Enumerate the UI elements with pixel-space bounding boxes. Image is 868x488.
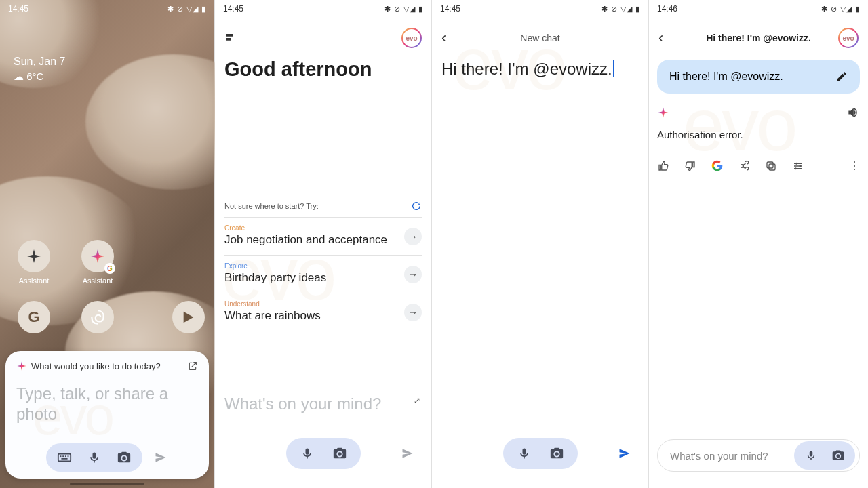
status-bar: 14:45 ✱ ⊘ ▽◢ ▮ (215, 0, 431, 18)
input-pill (503, 438, 578, 469)
send-icon[interactable] (617, 446, 632, 461)
date-weather-widget[interactable]: Sun, Jan 7 ☁ 6°C (14, 56, 66, 83)
sparkle-icon (657, 106, 669, 119)
mic-icon[interactable] (87, 450, 102, 465)
camera-icon[interactable] (117, 450, 132, 465)
status-icons: ✱ ⊘ ▽◢ ▮ (821, 5, 860, 14)
input-placeholder[interactable]: What's on your mind? (224, 394, 381, 413)
refresh-icon[interactable] (411, 201, 422, 211)
edit-icon[interactable] (835, 70, 848, 83)
chat-input[interactable]: What's on your mind? (657, 439, 860, 472)
home-indicator[interactable] (70, 483, 144, 485)
suggestion-tag: Explore (224, 262, 422, 270)
assistant-reply: Authorisation error. ⋮ (657, 106, 860, 172)
page-title: New chat (520, 33, 559, 43)
sparkle-icon (16, 361, 27, 371)
input-placeholder: What's on your mind? (670, 450, 768, 462)
mic-icon[interactable] (804, 448, 818, 463)
status-icons: ✱ ⊘ ▽◢ ▮ (601, 5, 640, 14)
status-icons: ✱ ⊘ ▽◢ ▮ (384, 5, 423, 14)
copy-icon[interactable] (765, 160, 777, 172)
status-time: 14:45 (223, 4, 243, 14)
greeting: Good afternoon (224, 58, 372, 81)
avatar[interactable]: evo (838, 28, 859, 48)
suggestion-text: Birthday party ideas (224, 271, 422, 285)
top-bar: evo (215, 24, 431, 52)
user-message-bubble[interactable]: Hi there! I'm @evowizz. (657, 60, 860, 94)
app-threads[interactable] (76, 301, 119, 338)
suggestion-item[interactable]: Explore Birthday party ideas → (224, 255, 422, 293)
input-pill (794, 441, 855, 470)
status-time: 14:45 (8, 4, 28, 14)
reply-actions: ⋮ (657, 159, 860, 172)
back-icon[interactable]: ‹ (658, 29, 663, 47)
send-icon[interactable] (153, 450, 168, 465)
google-badge-icon: G (104, 263, 115, 274)
suggestions-label: Not sure where to start? Try: (224, 202, 319, 210)
app-assistant[interactable]: Assistant (12, 240, 56, 285)
dock-row: G (0, 301, 214, 338)
panel-bard-home: 14:45 ✱ ⊘ ▽◢ ▮ evo Good afternoon evo No… (215, 0, 432, 488)
suggestion-item[interactable]: Understand What are rainbows → (224, 293, 422, 331)
assistant-card[interactable]: What would you like to do today? Type, t… (5, 351, 209, 479)
date-text: Sun, Jan 7 (14, 56, 66, 68)
share-icon[interactable] (738, 160, 750, 172)
google-icon[interactable] (711, 160, 723, 171)
camera-icon[interactable] (332, 446, 347, 461)
page-title: Hi there! I'm @evowizz. (706, 33, 811, 43)
app-label: Assistant (12, 277, 56, 285)
thumbs-up-icon[interactable] (657, 160, 669, 172)
app-google[interactable]: G (12, 301, 56, 338)
arrow-icon[interactable]: → (404, 304, 422, 321)
suggestions-header: Not sure where to start? Try: (224, 201, 422, 211)
avatar[interactable]: evo (401, 28, 422, 48)
panel-new-chat: 14:45 ✱ ⊘ ▽◢ ▮ ‹ New chat evo Hi there! … (432, 0, 649, 488)
bottom-input-row (215, 438, 431, 469)
speaker-icon[interactable] (846, 106, 860, 119)
input-pill (46, 443, 142, 472)
weather-icon: ☁ (14, 70, 24, 82)
status-bar: 14:46 ✱ ⊘ ▽◢ ▮ (649, 0, 868, 18)
reply-text: Authorisation error. (657, 129, 860, 140)
camera-icon[interactable] (831, 448, 846, 463)
text-cursor (613, 60, 614, 77)
suggestions-list: Create Job negotiation and acceptance → … (224, 217, 422, 331)
tune-icon[interactable] (792, 160, 804, 172)
app-label: Assistant (76, 277, 119, 285)
status-bar: 14:45 ✱ ⊘ ▽◢ ▮ (432, 0, 648, 18)
user-message-text: Hi there! I'm @evowizz. (669, 70, 783, 83)
app-play-store[interactable] (167, 301, 210, 338)
mic-icon[interactable] (300, 446, 315, 461)
back-icon[interactable]: ‹ (441, 29, 446, 47)
app-assistant-google[interactable]: G Assistant (76, 240, 119, 285)
panel-home-screen: 14:45 ✱ ⊘ ▽◢ ▮ Sun, Jan 7 ☁ 6°C Assistan… (0, 0, 215, 488)
thumbs-down-icon[interactable] (684, 160, 696, 172)
bottom-input-row (432, 438, 648, 469)
panel-chat-reply: 14:46 ✱ ⊘ ▽◢ ▮ ‹ Hi there! I'm @evowizz.… (649, 0, 868, 488)
mic-icon[interactable] (517, 446, 532, 461)
chat-input-text[interactable]: Hi there! I'm @evowizz. (441, 60, 614, 79)
menu-icon[interactable] (224, 32, 237, 44)
top-bar: ‹ Hi there! I'm @evowizz. evo (649, 24, 868, 52)
suggestion-text: What are rainbows (224, 309, 422, 323)
camera-icon[interactable] (549, 446, 564, 461)
input-pill (286, 438, 361, 469)
arrow-icon[interactable]: → (404, 266, 422, 283)
status-time: 14:46 (657, 4, 677, 14)
suggestion-item[interactable]: Create Job negotiation and acceptance → (224, 217, 422, 255)
expand-icon[interactable]: ⤢ (414, 396, 420, 405)
assistant-prompt-label: What would you like to do today? (31, 361, 161, 371)
assistant-placeholder[interactable]: Type, talk, or share a photo (16, 384, 198, 424)
suggestion-tag: Understand (224, 300, 422, 308)
send-icon[interactable] (400, 446, 415, 461)
arrow-icon[interactable]: → (404, 228, 422, 245)
app-row: Assistant G Assistant (0, 240, 214, 285)
more-icon[interactable]: ⋮ (849, 159, 860, 172)
top-bar: ‹ New chat (432, 24, 648, 52)
status-icons: ✱ ⊘ ▽◢ ▮ (167, 5, 206, 14)
status-time: 14:45 (440, 4, 460, 14)
keyboard-icon[interactable] (57, 450, 72, 465)
popout-icon[interactable] (187, 361, 198, 371)
status-bar: 14:45 ✱ ⊘ ▽◢ ▮ (0, 0, 214, 18)
temperature: 6°C (26, 70, 43, 82)
